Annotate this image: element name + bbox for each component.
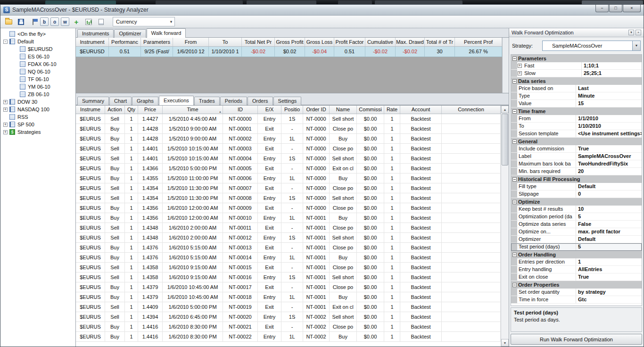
collapse-icon[interactable] — [512, 253, 517, 257]
panel-close-icon[interactable]: × — [636, 30, 641, 35]
collapse-icon[interactable] — [512, 79, 517, 83]
property-category-header[interactable]: Historical Fill Processing — [511, 175, 642, 183]
tree-expander-icon[interactable]: + — [3, 100, 8, 104]
execution-row[interactable]: $EURUS Sell 1 1.4401 1/5/2010 10:15:00 A… — [76, 144, 501, 154]
results-column-header[interactable]: From — [173, 38, 209, 46]
expand-icon[interactable]: + — [518, 71, 522, 75]
executions-column-header[interactable]: Rate — [384, 106, 400, 114]
execution-row[interactable]: $EURUS Buy 1 1.4356 1/6/2010 12:00:00 AM… — [76, 213, 501, 223]
results-column-header[interactable]: Gross Profit — [275, 38, 305, 46]
property-value[interactable]: Default — [576, 183, 642, 190]
results-column-header[interactable]: Parameters — [141, 38, 173, 46]
execution-row[interactable]: $EURUS Sell 1 1.4427 1/5/2010 4:45:00 AM… — [76, 114, 501, 124]
add-button[interactable]: + — [71, 17, 82, 27]
execution-row[interactable]: $EURUS Buy 1 1.4376 1/6/2010 5:15:00 AM … — [76, 243, 501, 253]
results-column-header[interactable]: Total Net Pr — [242, 38, 275, 46]
results-column-header[interactable]: Gross Loss — [305, 38, 334, 46]
executions-column-header[interactable]: Instrume — [76, 106, 105, 114]
property-value[interactable]: Gtc — [576, 296, 642, 303]
analyzer-tab[interactable]: Optimizer — [114, 29, 146, 38]
detail-tab[interactable]: Executions — [159, 96, 194, 105]
property-row[interactable]: Value 15 — [511, 100, 642, 107]
scroll-down-icon[interactable]: ▼ — [501, 339, 509, 347]
tree-item[interactable]: RSS — [0, 113, 75, 121]
collapse-icon[interactable] — [512, 109, 517, 114]
execution-row[interactable]: $EURUS Sell 1 1.4401 1/5/2010 10:15:00 A… — [76, 154, 501, 164]
property-row[interactable]: Exit on close True — [511, 273, 642, 281]
property-value[interactable]: <Use instrument settings> — [576, 130, 642, 137]
minimize-button[interactable]: − — [595, 5, 609, 12]
property-row[interactable]: Type Minute — [511, 92, 642, 100]
format-button-w[interactable]: w — [61, 17, 69, 26]
expand-icon[interactable]: + — [518, 64, 522, 68]
execution-row[interactable]: $EURUS Buy 1 1.4428 1/5/2010 9:00:00 AM … — [76, 124, 501, 134]
property-category-header[interactable]: Data series — [511, 77, 642, 85]
property-value[interactable]: 5 — [576, 243, 642, 250]
execution-row[interactable]: $EURUS Sell 1 1.4409 1/6/2010 5:00:00 PM… — [76, 302, 501, 312]
property-row[interactable]: Maximum bars look ba TwoHundredFiftySix — [511, 160, 642, 168]
executions-column-header[interactable]: Connection — [442, 106, 501, 114]
scroll-up-icon[interactable]: ▲ — [501, 106, 509, 113]
property-value[interactable]: Last — [576, 85, 642, 92]
tree-item[interactable]: - Default — [0, 38, 75, 45]
detail-tab[interactable]: Summary — [77, 97, 109, 105]
analyzer-tab[interactable]: Instruments — [77, 29, 114, 38]
tree-expander-icon[interactable]: + — [3, 130, 8, 134]
scroll-thumb[interactable] — [502, 114, 508, 165]
tree-item[interactable]: ES 06-10 — [0, 53, 75, 60]
results-column-header[interactable]: To — [209, 38, 242, 46]
results-column-header[interactable]: Cumulative — [365, 38, 396, 46]
run-walk-forward-button[interactable]: Run Walk Forward Optimization — [511, 334, 642, 345]
tree-item[interactable]: + SP 500 — [0, 121, 75, 128]
property-row[interactable]: Entries per direction 1 — [511, 258, 642, 266]
property-row[interactable]: Price based on Last — [511, 85, 642, 92]
save-icon[interactable] — [16, 17, 26, 27]
detail-tab[interactable]: Graphs — [132, 97, 158, 105]
results-scrollbar[interactable] — [502, 38, 509, 93]
property-row[interactable]: From 1/1/2010 — [511, 115, 642, 123]
executions-column-header[interactable]: ID — [223, 106, 258, 114]
collapse-icon[interactable] — [512, 200, 517, 204]
results-column-header[interactable]: Profit Factor — [334, 38, 365, 46]
detail-tab[interactable]: Orders — [248, 97, 273, 105]
property-value[interactable]: True — [576, 273, 642, 281]
detail-tab[interactable]: Chart — [109, 97, 132, 105]
property-value[interactable]: TwoHundredFiftySix — [576, 160, 642, 167]
tree-item[interactable]: TF 06-10 — [0, 75, 75, 83]
execution-row[interactable]: $EURUS Sell 1 1.4394 1/6/2010 6:45:00 PM… — [76, 312, 501, 322]
property-value[interactable]: by strategy — [576, 289, 642, 296]
property-row[interactable]: Label SampleMACrossOver — [511, 153, 642, 160]
executions-column-header[interactable]: E/X — [258, 106, 281, 114]
tree-item[interactable]: YM 06-10 — [0, 83, 75, 91]
maximize-button[interactable]: □ — [609, 5, 622, 12]
property-row[interactable]: Keep best # results 10 — [511, 206, 642, 213]
executions-column-header[interactable]: Commissi — [357, 106, 384, 114]
execution-row[interactable]: $EURUS Sell 1 1.4358 1/6/2010 9:15:00 AM… — [76, 263, 501, 273]
property-row[interactable]: Optimize data series False — [511, 221, 642, 228]
execution-row[interactable]: $EURUS Buy 1 1.4416 1/6/2010 8:30:00 PM … — [76, 332, 501, 342]
property-value[interactable]: True — [576, 145, 642, 152]
property-value[interactable]: 15 — [576, 100, 642, 107]
executions-column-header[interactable]: Time — [163, 106, 223, 114]
format-button-b[interactable]: b — [40, 17, 49, 26]
property-row[interactable]: Set order quantity by strategy — [511, 289, 642, 296]
tree-expander-icon[interactable]: - — [3, 40, 8, 44]
property-category-header[interactable]: General — [511, 138, 642, 145]
tree-item[interactable]: FDAX 06-10 — [0, 60, 75, 68]
currency-dropdown[interactable]: Currency ▾ — [113, 17, 175, 26]
property-row[interactable]: Slippage 0 — [511, 190, 642, 198]
property-row[interactable]: Time in force Gtc — [511, 296, 642, 304]
open-folder-icon[interactable] — [3, 17, 14, 27]
executions-scrollbar[interactable]: ▲ ▼ — [501, 106, 509, 347]
executions-column-header[interactable]: Action — [105, 106, 125, 114]
property-row[interactable]: To 1/10/2010 — [511, 123, 642, 130]
executions-column-header[interactable]: Price — [138, 106, 163, 114]
property-row[interactable]: + Slow 25;25;1 — [511, 70, 642, 77]
executions-column-header[interactable]: Name — [330, 106, 357, 114]
execution-row[interactable]: $EURUS Buy 1 1.4379 1/6/2010 10:45:00 AM… — [76, 282, 501, 292]
strategy-dropdown[interactable]: SampleMACrossOver ▼ — [542, 41, 641, 51]
property-value[interactable]: SampleMACrossOver — [576, 153, 642, 160]
results-column-header[interactable]: Max. Drawd — [396, 38, 425, 46]
panel-menu-icon[interactable]: ▾ — [628, 30, 634, 35]
property-row[interactable]: Optimizer Default — [511, 236, 642, 243]
